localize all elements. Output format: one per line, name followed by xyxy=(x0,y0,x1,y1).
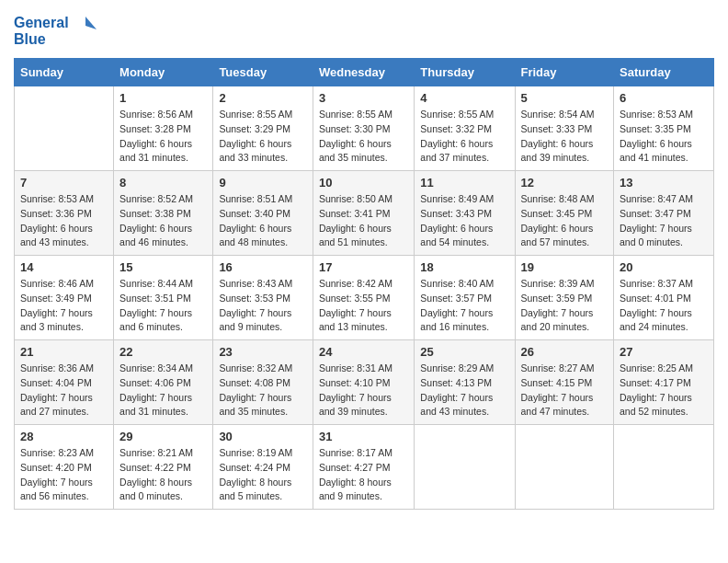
calendar-day-cell: 17Sunrise: 8:42 AMSunset: 3:55 PMDayligh… xyxy=(313,256,414,340)
day-info: Sunrise: 8:43 AMSunset: 3:53 PMDaylight:… xyxy=(219,277,307,335)
calendar-day-cell xyxy=(614,425,714,510)
calendar-day-cell xyxy=(515,425,614,510)
day-number: 14 xyxy=(20,260,108,274)
day-number: 10 xyxy=(319,176,408,190)
calendar-day-cell: 24Sunrise: 8:31 AMSunset: 4:10 PMDayligh… xyxy=(313,340,414,425)
calendar-day-cell: 5Sunrise: 8:54 AMSunset: 3:33 PMDaylight… xyxy=(515,86,614,171)
calendar-day-cell xyxy=(15,86,114,171)
calendar-table: SundayMondayTuesdayWednesdayThursdayFrid… xyxy=(14,58,714,510)
day-number: 7 xyxy=(20,176,108,190)
day-info: Sunrise: 8:50 AMSunset: 3:41 PMDaylight:… xyxy=(319,192,408,250)
day-info: Sunrise: 8:48 AMSunset: 3:45 PMDaylight:… xyxy=(521,192,609,250)
day-info: Sunrise: 8:55 AMSunset: 3:30 PMDaylight:… xyxy=(319,108,408,166)
day-info: Sunrise: 8:47 AMSunset: 3:47 PMDaylight:… xyxy=(620,192,708,250)
day-number: 9 xyxy=(219,176,307,190)
day-info: Sunrise: 8:29 AMSunset: 4:13 PMDaylight:… xyxy=(420,362,508,419)
day-number: 2 xyxy=(219,91,307,105)
day-number: 13 xyxy=(620,176,708,190)
calendar-day-cell: 1Sunrise: 8:56 AMSunset: 3:28 PMDaylight… xyxy=(114,86,213,171)
calendar-day-cell: 27Sunrise: 8:25 AMSunset: 4:17 PMDayligh… xyxy=(614,340,714,425)
day-number: 21 xyxy=(20,345,108,359)
day-info: Sunrise: 8:27 AMSunset: 4:15 PMDaylight:… xyxy=(521,362,609,419)
day-number: 4 xyxy=(420,91,508,105)
day-number: 8 xyxy=(119,176,207,190)
day-of-week-header: Thursday xyxy=(415,59,515,86)
logo-svg: General Blue xyxy=(14,9,97,51)
day-number: 5 xyxy=(521,91,609,105)
calendar-day-cell: 22Sunrise: 8:34 AMSunset: 4:06 PMDayligh… xyxy=(114,340,213,425)
day-info: Sunrise: 8:21 AMSunset: 4:22 PMDaylight:… xyxy=(119,446,207,504)
calendar-day-cell: 29Sunrise: 8:21 AMSunset: 4:22 PMDayligh… xyxy=(114,425,213,510)
calendar-day-cell: 12Sunrise: 8:48 AMSunset: 3:45 PMDayligh… xyxy=(515,171,614,256)
day-info: Sunrise: 8:31 AMSunset: 4:10 PMDaylight:… xyxy=(319,362,408,419)
day-number: 25 xyxy=(420,345,508,359)
day-info: Sunrise: 8:56 AMSunset: 3:28 PMDaylight:… xyxy=(119,108,207,166)
day-info: Sunrise: 8:53 AMSunset: 3:35 PMDaylight:… xyxy=(620,108,708,166)
calendar-day-cell: 10Sunrise: 8:50 AMSunset: 3:41 PMDayligh… xyxy=(313,171,414,256)
day-info: Sunrise: 8:44 AMSunset: 3:51 PMDaylight:… xyxy=(119,277,207,335)
day-of-week-header: Saturday xyxy=(614,59,714,86)
day-of-week-header: Friday xyxy=(515,59,614,86)
day-number: 6 xyxy=(620,91,708,105)
day-number: 18 xyxy=(420,260,508,274)
day-number: 11 xyxy=(420,176,508,190)
calendar-day-cell: 23Sunrise: 8:32 AMSunset: 4:08 PMDayligh… xyxy=(213,340,313,425)
day-number: 26 xyxy=(521,345,609,359)
day-info: Sunrise: 8:17 AMSunset: 4:27 PMDaylight:… xyxy=(319,446,408,504)
day-of-week-header: Tuesday xyxy=(213,59,313,86)
day-info: Sunrise: 8:52 AMSunset: 3:38 PMDaylight:… xyxy=(119,192,207,250)
calendar-day-cell: 8Sunrise: 8:52 AMSunset: 3:38 PMDaylight… xyxy=(114,171,213,256)
calendar-day-cell: 13Sunrise: 8:47 AMSunset: 3:47 PMDayligh… xyxy=(614,171,714,256)
header-row: SundayMondayTuesdayWednesdayThursdayFrid… xyxy=(15,59,714,86)
day-info: Sunrise: 8:34 AMSunset: 4:06 PMDaylight:… xyxy=(119,362,207,419)
day-info: Sunrise: 8:49 AMSunset: 3:43 PMDaylight:… xyxy=(420,192,508,250)
calendar-day-cell: 19Sunrise: 8:39 AMSunset: 3:59 PMDayligh… xyxy=(515,256,614,340)
day-info: Sunrise: 8:51 AMSunset: 3:40 PMDaylight:… xyxy=(219,192,307,250)
day-info: Sunrise: 8:25 AMSunset: 4:17 PMDaylight:… xyxy=(620,362,708,419)
calendar-day-cell: 30Sunrise: 8:19 AMSunset: 4:24 PMDayligh… xyxy=(213,425,313,510)
day-number: 22 xyxy=(119,345,207,359)
svg-text:General: General xyxy=(14,15,69,30)
day-number: 23 xyxy=(219,345,307,359)
day-of-week-header: Sunday xyxy=(15,59,114,86)
day-number: 31 xyxy=(319,430,408,443)
logo: General Blue xyxy=(14,9,97,51)
day-number: 1 xyxy=(119,91,207,105)
day-info: Sunrise: 8:37 AMSunset: 4:01 PMDaylight:… xyxy=(620,277,708,335)
day-info: Sunrise: 8:55 AMSunset: 3:32 PMDaylight:… xyxy=(420,108,508,166)
calendar-day-cell xyxy=(415,425,515,510)
day-number: 20 xyxy=(620,260,708,274)
day-number: 19 xyxy=(521,260,609,274)
calendar-day-cell: 11Sunrise: 8:49 AMSunset: 3:43 PMDayligh… xyxy=(415,171,515,256)
svg-marker-2 xyxy=(85,17,97,29)
day-number: 24 xyxy=(319,345,408,359)
calendar-day-cell: 4Sunrise: 8:55 AMSunset: 3:32 PMDaylight… xyxy=(415,86,515,171)
day-info: Sunrise: 8:40 AMSunset: 3:57 PMDaylight:… xyxy=(420,277,508,335)
day-info: Sunrise: 8:32 AMSunset: 4:08 PMDaylight:… xyxy=(219,362,307,419)
day-info: Sunrise: 8:36 AMSunset: 4:04 PMDaylight:… xyxy=(20,362,108,419)
day-info: Sunrise: 8:54 AMSunset: 3:33 PMDaylight:… xyxy=(521,108,609,166)
calendar-day-cell: 20Sunrise: 8:37 AMSunset: 4:01 PMDayligh… xyxy=(614,256,714,340)
calendar-day-cell: 28Sunrise: 8:23 AMSunset: 4:20 PMDayligh… xyxy=(15,425,114,510)
calendar-day-cell: 6Sunrise: 8:53 AMSunset: 3:35 PMDaylight… xyxy=(614,86,714,171)
calendar-day-cell: 16Sunrise: 8:43 AMSunset: 3:53 PMDayligh… xyxy=(213,256,313,340)
calendar-day-cell: 7Sunrise: 8:53 AMSunset: 3:36 PMDaylight… xyxy=(15,171,114,256)
day-info: Sunrise: 8:19 AMSunset: 4:24 PMDaylight:… xyxy=(219,446,307,504)
day-number: 27 xyxy=(620,345,708,359)
calendar-day-cell: 14Sunrise: 8:46 AMSunset: 3:49 PMDayligh… xyxy=(15,256,114,340)
calendar-week-row: 1Sunrise: 8:56 AMSunset: 3:28 PMDaylight… xyxy=(15,86,714,171)
day-number: 17 xyxy=(319,260,408,274)
day-info: Sunrise: 8:46 AMSunset: 3:49 PMDaylight:… xyxy=(20,277,108,335)
day-number: 16 xyxy=(219,260,307,274)
calendar-day-cell: 18Sunrise: 8:40 AMSunset: 3:57 PMDayligh… xyxy=(415,256,515,340)
day-info: Sunrise: 8:53 AMSunset: 3:36 PMDaylight:… xyxy=(20,192,108,250)
calendar-day-cell: 9Sunrise: 8:51 AMSunset: 3:40 PMDaylight… xyxy=(213,171,313,256)
calendar-day-cell: 3Sunrise: 8:55 AMSunset: 3:30 PMDaylight… xyxy=(313,86,414,171)
svg-text:Blue: Blue xyxy=(14,31,46,47)
day-number: 15 xyxy=(119,260,207,274)
day-number: 30 xyxy=(219,430,307,443)
day-info: Sunrise: 8:39 AMSunset: 3:59 PMDaylight:… xyxy=(521,277,609,335)
day-of-week-header: Wednesday xyxy=(313,59,414,86)
calendar-day-cell: 31Sunrise: 8:17 AMSunset: 4:27 PMDayligh… xyxy=(313,425,414,510)
calendar-week-row: 28Sunrise: 8:23 AMSunset: 4:20 PMDayligh… xyxy=(15,425,714,510)
